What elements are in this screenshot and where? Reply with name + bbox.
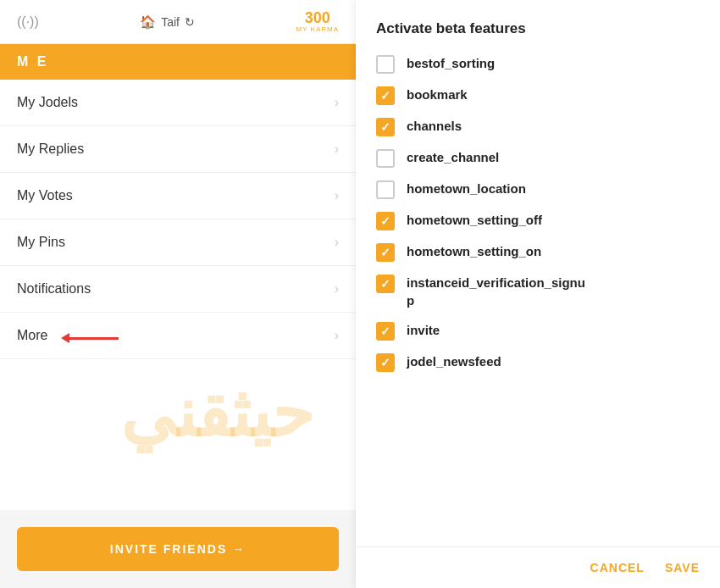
feature-label: channels [407, 117, 462, 135]
chevron-icon: › [335, 235, 339, 250]
feature-label: hometown_location [407, 180, 526, 197]
menu-item-my-jodels[interactable]: My Jodels › [0, 80, 356, 126]
sync-icon: ↻ [185, 15, 195, 29]
chevron-icon: › [335, 281, 339, 297]
save-button[interactable]: SAVE [665, 561, 700, 574]
menu-list: My Jodels › My Replies › My Votes › My P… [0, 80, 356, 510]
right-panel: Activate beta features bestof_sorting bo… [356, 0, 720, 588]
more-arrow [68, 328, 119, 343]
menu-item-notifications[interactable]: Notifications › [0, 266, 356, 313]
home-icon: 🏠 [140, 14, 156, 30]
menu-item-my-votes[interactable]: My Votes › [0, 173, 356, 219]
me-title: M E [17, 54, 48, 69]
menu-item-label: My Replies [17, 141, 84, 157]
menu-item-my-replies[interactable]: My Replies › [0, 126, 356, 173]
feature-label: create_channel [407, 148, 499, 166]
checkbox-bestof-sorting[interactable] [376, 55, 395, 74]
karma-value: 300 [296, 10, 339, 25]
feature-label: hometown_setting_on [407, 242, 541, 260]
feature-label: instanceid_verification_signup [407, 274, 585, 309]
feature-item-jodel-newsfeed: jodel_newsfeed [376, 352, 700, 372]
feature-item-bookmark: bookmark [376, 86, 700, 105]
invite-friends-button[interactable]: INVITE FRIENDS → [17, 527, 339, 571]
karma-display: 300 MY KARMA [296, 10, 339, 33]
top-nav: ((·)) 🏠 Taif ↻ 300 MY KARMA [0, 0, 356, 44]
chevron-icon: › [335, 95, 339, 110]
chevron-icon: › [335, 328, 339, 343]
menu-item-label: Notifications [17, 281, 91, 297]
menu-item-my-pins[interactable]: My Pins › [0, 219, 356, 266]
feature-item-instanceid: instanceid_verification_signup [376, 274, 700, 309]
feature-item-bestof-sorting: bestof_sorting [376, 54, 700, 74]
feature-label: invite [407, 321, 440, 339]
feature-list: bestof_sorting bookmark channels create_… [376, 54, 700, 372]
location-label: Taif [161, 15, 180, 29]
cancel-button[interactable]: CANCEL [590, 561, 645, 574]
location-nav-item[interactable]: 🏠 Taif ↻ [140, 14, 195, 30]
checkbox-invite[interactable] [376, 322, 395, 341]
chevron-icon: › [335, 188, 339, 203]
menu-item-label: My Jodels [17, 95, 78, 110]
radio-icon: ((·)) [17, 14, 39, 30]
invite-section: INVITE FRIENDS → [0, 510, 356, 588]
feature-item-invite: invite [376, 321, 700, 341]
checkbox-hometown-setting-on[interactable] [376, 243, 395, 262]
menu-item-label: My Pins [17, 235, 65, 250]
feature-label: jodel_newsfeed [407, 352, 501, 370]
feature-item-hometown-setting-off: hometown_setting_off [376, 211, 700, 230]
checkbox-hometown-location[interactable] [376, 180, 395, 199]
checkbox-bookmark[interactable] [376, 86, 395, 105]
feature-item-channels: channels [376, 117, 700, 136]
feature-label: hometown_setting_off [407, 211, 542, 229]
radio-nav-item[interactable]: ((·)) [17, 14, 39, 30]
left-panel: ((·)) 🏠 Taif ↻ 300 MY KARMA M E My Jodel… [0, 0, 356, 588]
chevron-icon: › [335, 141, 339, 157]
feature-item-create-channel: create_channel [376, 148, 700, 168]
checkbox-jodel-newsfeed[interactable] [376, 353, 395, 372]
checkbox-hometown-setting-off[interactable] [376, 212, 395, 230]
checkbox-create-channel[interactable] [376, 149, 395, 168]
feature-label: bookmark [407, 86, 468, 103]
beta-content: Activate beta features bestof_sorting bo… [356, 0, 720, 546]
checkbox-channels[interactable] [376, 118, 395, 136]
menu-item-label: My Votes [17, 188, 73, 203]
menu-item-label: More [17, 328, 47, 343]
karma-label: MY KARMA [296, 25, 339, 33]
feature-label: bestof_sorting [407, 54, 495, 72]
beta-dialog-title: Activate beta features [376, 20, 700, 37]
dialog-footer: CANCEL SAVE [356, 546, 720, 588]
checkbox-instanceid[interactable] [376, 275, 395, 293]
arrow-line [68, 337, 119, 340]
menu-item-more[interactable]: More › [0, 313, 356, 359]
feature-item-hometown-location: hometown_location [376, 180, 700, 199]
me-header: M E [0, 44, 356, 80]
feature-item-hometown-setting-on: hometown_setting_on [376, 242, 700, 262]
